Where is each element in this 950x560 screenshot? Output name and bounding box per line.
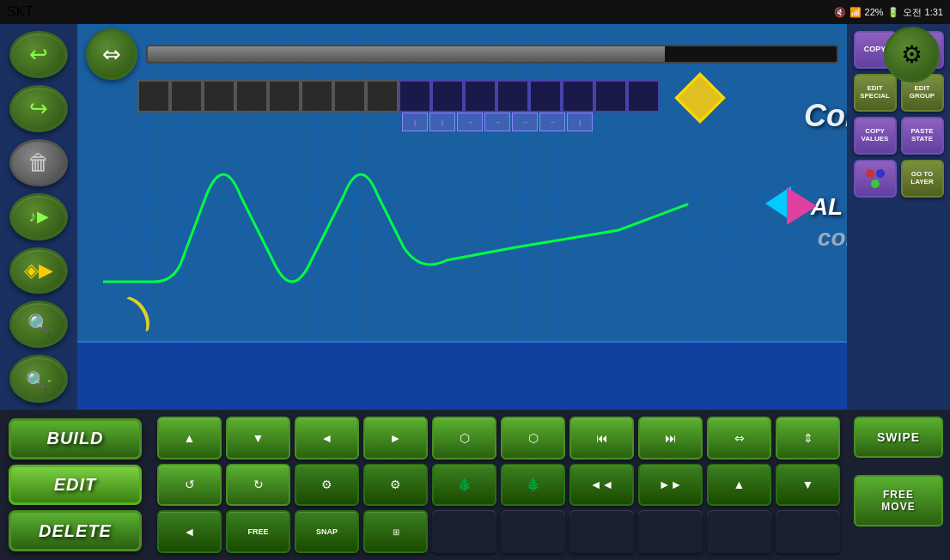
right-triangle [787,187,817,225]
action-h-mirror[interactable]: ⇔ [707,417,771,460]
action-placeholder2 [501,510,565,553]
action-placeholder4 [638,510,703,553]
action-snap[interactable]: SNAP [295,510,359,553]
action-next[interactable]: ►► [638,464,703,507]
action-gear1[interactable]: ⚙ [295,464,359,507]
action-flip-h[interactable]: ⬡ [501,417,565,460]
free-move-button[interactable]: FREEMOVE [854,475,943,527]
action-placeholder5 [707,510,771,553]
settings-area: ⚙ [873,24,950,84]
spike-block-selected [627,80,660,113]
action-rewind[interactable]: ⏮ [569,417,634,460]
action-placeholder1 [432,510,496,553]
undo-button[interactable]: ↩ [9,31,68,78]
left-toolbar: ↩ ↪ 🗑 ♪▶ ◈▶ 🔍 🔍- [0,24,77,410]
zoom-in-button[interactable]: 🔍 [9,301,68,348]
mute-icon: 🔇 [834,7,846,18]
carrier-label: SKT [7,4,33,20]
spike-block [366,80,399,113]
action-tree-down[interactable]: 🌲 [501,464,565,507]
action-v-mirror[interactable]: ⇕ [776,417,840,460]
status-right-icons: 🔇 📶 22% 🔋 오전 1:31 [834,6,943,19]
color-dots-button[interactable] [854,160,897,198]
progress-bar [146,45,838,64]
copy-values-button[interactable]: COPYVALUES [854,117,897,155]
swipe-button[interactable]: SWIPE [854,417,943,458]
delete-mode-button[interactable]: DELETE [9,510,142,551]
korean-text: 오전 [903,6,922,19]
action-grid[interactable]: ⊞ [363,510,428,553]
settings-button[interactable]: ⚙ [884,27,940,82]
right-btn-row-3: COPYVALUES PASTESTATE [854,117,944,155]
zoom-out-button[interactable]: 🔍- [9,355,68,403]
action-prev2[interactable]: ◄ [157,510,222,553]
redo-button[interactable]: ↪ [9,85,68,132]
action-tree-up[interactable]: 🌲 [432,464,496,507]
action-tri-up[interactable]: ▲ [707,464,771,507]
signal-icon: 📶 [850,7,862,18]
time-label: 1:31 [925,7,943,17]
spike-block [235,80,268,113]
action-rotate-ccw[interactable]: ↻ [226,464,290,507]
ground-area [77,341,950,410]
delete-button[interactable]: 🗑 [9,139,68,186]
battery-label: 22% [865,7,884,17]
right-action-panel: SWIPE FREEMOVE [847,410,950,560]
spike-block [333,80,366,113]
progress-fill [148,46,665,62]
spike-block-row [137,80,660,113]
edit-mode-button[interactable]: EDIT [9,465,142,506]
right-btn-row-4: GO TOLAYER [854,160,944,198]
paste-state-button[interactable]: PASTESTATE [901,117,944,155]
spike-block-selected [399,80,431,113]
spike-block-selected [496,80,529,113]
action-down[interactable]: ▼ [226,417,290,460]
spike-block-selected [464,80,496,113]
spike-block [268,80,301,113]
spike-block-selected [562,80,594,113]
bottom-toolbar: BUILD EDIT DELETE ▲ ▼ ◄ ► ⬡ ⬡ ⏮ ⏭ ⇔ ⇕ ↺ … [0,410,950,560]
action-flip-v[interactable]: ⬡ [432,417,496,460]
top-center-bar: ⇔ [77,24,847,84]
nav-swap-button[interactable]: ⇔ [86,28,137,80]
action-placeholder3 [569,510,634,553]
action-right[interactable]: ► [363,417,428,460]
spike-block [203,80,235,113]
action-placeholder6 [776,510,840,553]
action-rotate-cw[interactable]: ↺ [157,464,222,507]
spike-block-selected [529,80,562,113]
spike-block-selected [594,80,627,113]
mode-buttons: BUILD EDIT DELETE [0,410,150,560]
spike-block [170,80,203,113]
action-free-label[interactable]: FREE [226,510,290,553]
action-tri-down[interactable]: ▼ [776,464,840,507]
spike-block [137,80,170,113]
action-forward[interactable]: ⏭ [638,417,703,460]
go-to-layer-button[interactable]: GO TOLAYER [901,160,944,198]
status-bar: SKT 🔇 📶 22% 🔋 오전 1:31 [0,0,950,24]
build-mode-button[interactable]: BUILD [9,418,142,460]
spike-block [301,80,333,113]
action-buttons-grid: ▲ ▼ ◄ ► ⬡ ⬡ ⏮ ⏭ ⇔ ⇕ ↺ ↻ ⚙ ⚙ 🌲 🌲 ◄◄ ►► ▲ … [150,410,847,560]
battery-icon: 🔋 [887,7,899,18]
spike-block-selected [431,80,464,113]
wave-path [103,127,730,316]
action-left[interactable]: ◄ [295,417,359,460]
music-button[interactable]: ♪▶ [9,193,68,240]
action-up[interactable]: ▲ [157,417,222,460]
move-mode-button[interactable]: ◈▶ [9,247,68,295]
action-prev[interactable]: ◄◄ [569,464,634,507]
action-gear2[interactable]: ⚙ [363,464,428,507]
